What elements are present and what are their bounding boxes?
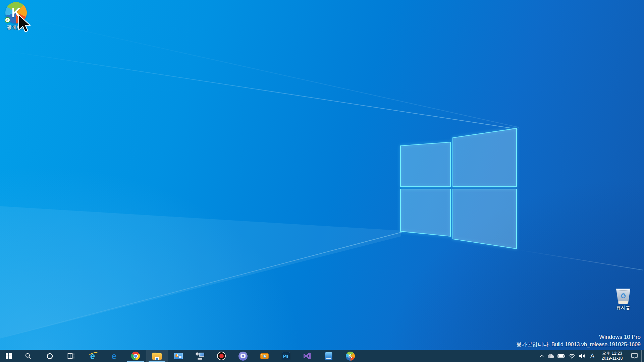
evaluation-watermark: Windows 10 Pro 평가본입니다. Build 19013.vb_re…: [516, 334, 641, 348]
chevron-up-icon: [539, 353, 545, 359]
taskbar: e e Ps: [0, 350, 644, 362]
chrome-button[interactable]: [125, 350, 146, 362]
notebook-icon: [325, 352, 332, 360]
file-explorer-button[interactable]: [146, 350, 168, 362]
task-view-icon: [67, 353, 75, 359]
ime-mode-label: A: [590, 353, 594, 359]
start-button[interactable]: [0, 350, 17, 362]
taskbar-search-button[interactable]: [17, 350, 39, 362]
light-beam: [517, 249, 643, 270]
recycle-bin-band: [619, 301, 628, 304]
edge-icon: e: [112, 352, 116, 360]
system-tools-icon: [196, 352, 205, 360]
k-app-taskbar-button[interactable]: K: [339, 350, 361, 362]
hidden-icons-button[interactable]: [537, 350, 546, 362]
photoshop-button[interactable]: Ps: [275, 350, 297, 362]
photoshop-icon: Ps: [282, 352, 290, 360]
record-icon: [217, 352, 226, 360]
recycle-bin-rim: [615, 288, 631, 291]
recycle-bin-label: 휴지통: [609, 305, 637, 310]
k-app-icon: K: [346, 352, 355, 361]
desktop-wallpaper: [0, 0, 644, 362]
ime-mode-button[interactable]: A: [588, 350, 597, 362]
system-tools-button[interactable]: [189, 350, 211, 362]
tray-time: 오후 12:23: [602, 351, 622, 356]
chrome-icon: [131, 352, 140, 360]
onedrive-tray-button[interactable]: [546, 350, 556, 362]
windows-start-icon: [6, 353, 12, 359]
desktop-icon-recycle-bin[interactable]: ♻ 휴지통: [609, 288, 637, 310]
network-tray-button[interactable]: [567, 350, 577, 362]
visual-studio-button[interactable]: [297, 350, 318, 362]
ocam-button[interactable]: [232, 350, 254, 362]
orange-camera-icon: [260, 353, 269, 359]
watermark-edition: Windows 10 Pro: [516, 334, 641, 341]
wifi-icon: [568, 353, 576, 359]
control-panel-icon: [174, 353, 183, 359]
windows-flag-logo: [399, 127, 518, 250]
onedrive-cloud-icon: [547, 353, 555, 359]
light-beam: [0, 50, 518, 129]
volume-tray-button[interactable]: [577, 350, 588, 362]
control-panel-button[interactable]: [168, 350, 189, 362]
internet-explorer-button[interactable]: e: [82, 350, 103, 362]
cortana-circle-icon: [46, 353, 53, 360]
camera-circle-icon: [238, 352, 248, 361]
cortana-button[interactable]: [39, 350, 60, 362]
visual-studio-icon: [303, 352, 312, 360]
edge-button[interactable]: e: [103, 350, 125, 362]
battery-tray-button[interactable]: [556, 350, 567, 362]
system-tray: A 오후 12:23 2019-11-18: [537, 350, 644, 362]
light-wedge: [0, 0, 644, 362]
tray-date: 2019-11-18: [601, 356, 623, 361]
camera-utility-button[interactable]: [254, 350, 275, 362]
task-view-button[interactable]: [60, 350, 82, 362]
battery-icon: [557, 353, 566, 359]
clock-tray-button[interactable]: 오후 12:23 2019-11-18: [597, 350, 627, 362]
light-beam: [0, 12, 519, 128]
watermark-build: 평가본입니다. Build 19013.vb_release.191025-16…: [516, 341, 641, 348]
show-desktop-button[interactable]: [641, 350, 644, 362]
recycle-symbol-icon: ♻: [615, 292, 631, 300]
mouse-cursor-icon: [17, 14, 32, 34]
action-center-icon: [631, 353, 638, 359]
internet-explorer-icon: e: [90, 352, 95, 360]
bandicam-button[interactable]: [211, 350, 232, 362]
checkmark-badge-icon: ✓: [5, 17, 10, 23]
action-center-button[interactable]: [627, 350, 641, 362]
notebook-app-button[interactable]: [318, 350, 339, 362]
file-explorer-icon: [152, 353, 162, 360]
recycle-bin-icon[interactable]: ♻: [615, 288, 631, 304]
search-icon: [25, 353, 32, 359]
speaker-icon: [579, 353, 586, 359]
